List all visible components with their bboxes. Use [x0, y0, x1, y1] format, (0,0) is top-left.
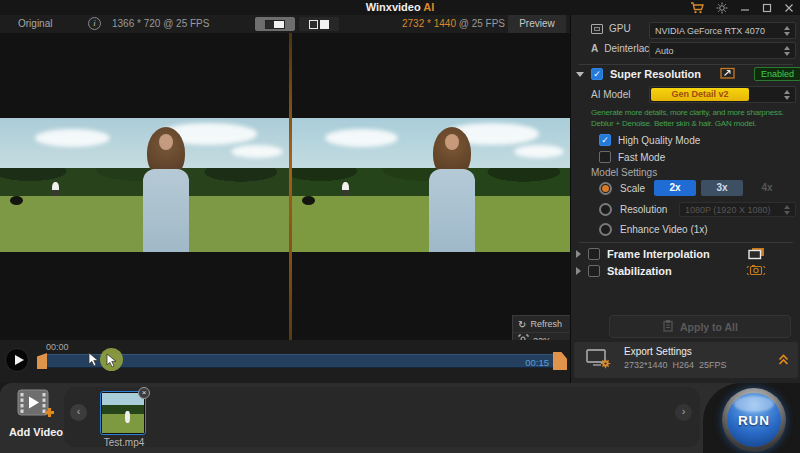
export-settings-details: 2732*1440 H264 25FPS [624, 360, 727, 370]
trim-handle-right[interactable] [553, 352, 567, 370]
split-view-icon [265, 20, 285, 29]
scroll-left-button[interactable]: ‹ [70, 404, 87, 421]
stepper-arrows-icon[interactable] [784, 90, 790, 100]
scroll-right-button[interactable]: › [675, 404, 692, 421]
clip-strip: ‹ × Test.mp4 › [64, 387, 700, 447]
resolution-radio[interactable] [599, 203, 612, 216]
settings-sidebar: GPU NVIDIA GeForce RTX 4070 A Deinterlac… [570, 15, 800, 383]
settings-gear-icon[interactable] [716, 2, 728, 14]
maximize-icon[interactable] [762, 3, 772, 13]
person-face [445, 134, 459, 150]
distant-person [52, 182, 59, 196]
minimize-icon[interactable] [740, 3, 750, 13]
timeline-section: 00:00 00:15 [0, 340, 570, 383]
frame-interpolation-expand-caret[interactable] [576, 250, 581, 258]
mouse-cursor-icon [88, 352, 99, 371]
ai-model-description-line2: Deblur + Denoise. Better skin & hair. GA… [591, 119, 756, 129]
dog-figure [302, 196, 315, 205]
enhance-video-label: Enhance Video (1x) [620, 224, 708, 235]
zoom-level-control[interactable]: 22% [513, 332, 570, 340]
clip-name: Test.mp4 [84, 437, 164, 448]
ai-model-label: AI Model [591, 89, 630, 100]
scale-2x-button[interactable]: 2x [654, 180, 696, 196]
export-settings-title: Export Settings [624, 346, 692, 357]
clip-thumbnail[interactable]: × [100, 391, 146, 435]
slider-view-icon [309, 20, 318, 29]
enabled-status-badge: Enabled [754, 67, 800, 81]
enhanced-fps: @ 25 FPS [456, 18, 505, 29]
frame-interpolation-title: Frame Interpolation [607, 248, 710, 260]
deinterlacing-value: Auto [655, 46, 781, 56]
stepper-arrows-icon [784, 205, 790, 215]
stepper-arrows-icon[interactable] [784, 46, 790, 56]
scale-3x-button[interactable]: 3x [701, 180, 743, 196]
stabilization-expand-caret[interactable] [576, 267, 581, 275]
super-resolution-expand-caret[interactable] [576, 72, 584, 77]
gpu-value: NVIDIA GeForce RTX 4070 [655, 26, 781, 36]
resolution-select[interactable]: 1080P (1920 X 1080) [679, 202, 796, 217]
apply-to-all-button[interactable]: Apply to All [609, 315, 791, 338]
add-video-icon [16, 405, 56, 422]
resolution-label: Resolution [620, 204, 667, 215]
enhanced-resolution: 2732 * 1440 @ 25 FPS [402, 18, 505, 29]
frame-interpolation-checkbox[interactable] [588, 248, 600, 260]
refresh-button[interactable]: ↻ Refresh [513, 316, 570, 332]
refresh-label: Refresh [530, 319, 562, 329]
close-icon[interactable] [784, 3, 794, 13]
info-icon[interactable]: i [88, 17, 101, 30]
frame-interpolation-icon [748, 247, 765, 262]
split-view-toggle-button[interactable] [255, 17, 295, 31]
add-video-label: Add Video [8, 426, 64, 438]
stabilization-title: Stabilization [607, 265, 672, 277]
resolution-value: 1080P (1920 X 1080) [685, 205, 781, 215]
play-icon [15, 355, 24, 365]
remove-clip-icon[interactable]: × [138, 387, 150, 399]
app-window: Winxvideo AI Original i 1366 * 720 @ 25 … [0, 0, 800, 453]
trim-handle-left[interactable] [37, 353, 47, 369]
app-title-accent: AI [423, 1, 434, 13]
ai-model-value: Gen Detail v2 [651, 88, 749, 101]
gpu-select[interactable]: NVIDIA GeForce RTX 4070 [649, 22, 796, 39]
slider-view-icon-fill [320, 20, 329, 29]
play-button[interactable] [5, 348, 29, 372]
deinterlacing-select[interactable]: Auto [649, 42, 796, 59]
ai-model-description-line1: Generate more details, more clarity, and… [591, 108, 784, 118]
enhance-video-radio[interactable] [599, 223, 612, 236]
deinterlacing-icon: A [591, 43, 598, 54]
scale-radio[interactable] [599, 182, 612, 195]
run-button[interactable]: RUN [722, 388, 786, 452]
original-video-frame [0, 118, 289, 252]
apply-clipboard-icon [662, 319, 674, 334]
compare-icon[interactable] [720, 67, 735, 81]
thumb-person [125, 411, 130, 423]
run-button-gloss [734, 396, 774, 412]
export-settings-panel[interactable]: Export Settings 2732*1440 H264 25FPS [574, 342, 798, 378]
scale-4x-button[interactable]: 4x [748, 180, 786, 196]
person-face [159, 134, 173, 150]
preview-info-bar: Original i 1366 * 720 @ 25 FPS 2732 * 14… [0, 15, 570, 33]
super-resolution-title: Super Resolution [610, 68, 701, 80]
original-label: Original [18, 18, 52, 29]
collapse-chevrons-icon[interactable] [777, 353, 790, 368]
media-bar: Add Video ‹ × Test.mp4 › RUN [0, 383, 800, 453]
store-cart-icon[interactable] [690, 2, 704, 14]
enhanced-resolution-value: 2732 * 1440 [402, 18, 456, 29]
stabilization-checkbox[interactable] [588, 265, 600, 277]
high-quality-mode-checkbox[interactable]: ✓ [599, 134, 611, 146]
person-shirt [143, 169, 189, 252]
app-title-text: Winxvideo [366, 1, 421, 13]
super-resolution-checkbox[interactable]: ✓ [591, 68, 603, 80]
stepper-arrows-icon[interactable] [784, 26, 790, 36]
scale-label: Scale [620, 183, 645, 194]
foreground-person [429, 127, 475, 252]
fast-mode-checkbox[interactable] [599, 151, 611, 163]
add-video-button[interactable]: Add Video [8, 389, 64, 438]
slider-view-toggle-button[interactable] [299, 17, 339, 31]
ai-model-select[interactable]: Gen Detail v2 [649, 86, 796, 103]
timeline-end-time: 00:15 [525, 357, 549, 368]
preview-label: Preview [508, 15, 566, 33]
video-preview-area[interactable]: ↻ Refresh 22% [0, 33, 570, 340]
preview-column: Original i 1366 * 720 @ 25 FPS 2732 * 14… [0, 15, 570, 383]
person-shirt [429, 169, 475, 252]
mouse-cursor-icon [106, 353, 117, 372]
